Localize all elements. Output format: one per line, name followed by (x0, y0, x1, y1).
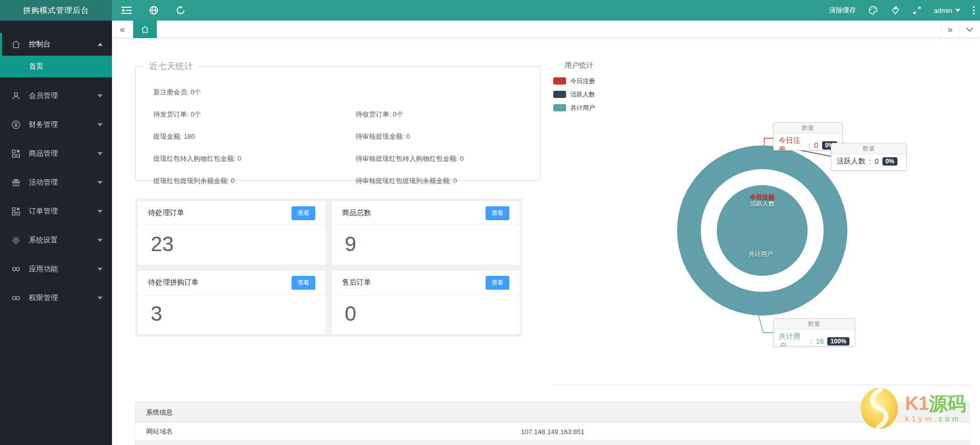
sidebar-item-home-active[interactable]: 首页 (0, 56, 112, 77)
yen-coin-icon (11, 120, 21, 129)
card-value: 23 (138, 225, 326, 263)
sidebar-nav: 控制台 首页 会员管理 财务管理 商品管理 活动管理 (0, 21, 112, 445)
card-title: 待处理拼购订单 (148, 278, 199, 287)
callout-active-users: 数量 活跃人数: 0 0% (831, 143, 907, 171)
summary-cards: 待处理订单 查看 23 商品总数 查看 9 待处理拼购订单 查看 3 (135, 199, 522, 337)
main-content: 近七天统计 新注册会员: 0个 待发货订单: 0个 待收货订单: 0个 提现金额… (112, 38, 980, 445)
card-title: 商品总数 (342, 208, 371, 218)
sidebar-item-activities[interactable]: 活动管理 (0, 168, 112, 197)
home-icon (11, 40, 21, 49)
refresh-icon[interactable] (176, 6, 185, 15)
tag-icon[interactable] (891, 6, 900, 15)
sidebar-item-finance[interactable]: 财务管理 (0, 110, 112, 139)
sidebar-item-products[interactable]: 商品管理 (0, 139, 112, 168)
chevron-down-icon (966, 27, 973, 32)
next-row-partial (135, 441, 970, 445)
fullscreen-icon[interactable] (912, 6, 922, 15)
admin-dashboard: 拼购模式管理后台 清除缓存 admin (0, 0, 980, 445)
legend-item-total-users[interactable]: 共计用户 (553, 101, 595, 114)
stats-panel-title: 近七天统计 (144, 60, 198, 72)
card-title: 待处理订单 (148, 208, 184, 218)
sidebar-item-label: 权限管理 (29, 293, 98, 303)
palette-icon[interactable] (869, 6, 878, 15)
tabs-scroll-right-button[interactable]: » (941, 21, 959, 38)
caret-up-icon (98, 43, 103, 46)
active-indicator (0, 33, 2, 56)
user-icon (11, 91, 21, 101)
more-vertical-icon[interactable] (973, 6, 975, 15)
tab-home-active[interactable] (133, 21, 157, 38)
legend-item-active-users[interactable]: 活跃人数 (553, 88, 595, 101)
view-button[interactable]: 查看 (292, 206, 315, 220)
callout-total-users: 数量 共计用户: 16 100% (773, 318, 855, 347)
collapse-sidebar-icon[interactable] (121, 6, 132, 14)
sidebar-item-label: 商品管理 (29, 149, 98, 158)
header-right-actions: 清除缓存 admin (829, 0, 975, 21)
caret-down-icon (98, 296, 103, 300)
tabs-scroll-left-button[interactable]: « (112, 21, 133, 38)
legend-swatch-teal (553, 104, 566, 111)
callout-series-name: 数量 (774, 319, 855, 329)
sidebar-item-label: 系统设置 (29, 236, 98, 245)
link-icon (11, 293, 21, 303)
watermark-title-k1: K1 (905, 393, 929, 414)
callout-percent-badge: 100% (827, 337, 849, 345)
app-title: 拼购模式管理后台 (0, 0, 112, 21)
callout-value: 0 (875, 157, 879, 166)
sidebar-item-settings[interactable]: 系统设置 (0, 226, 112, 255)
grid-blocks-icon (11, 149, 21, 158)
user-menu[interactable]: admin (934, 7, 960, 14)
user-stats-donut-chart[interactable] (677, 145, 847, 316)
username: admin (934, 7, 952, 14)
domain-label: 网站域名 (146, 427, 173, 436)
caret-down-icon (98, 123, 103, 126)
user-stats-title: 用户统计 (565, 61, 593, 70)
stat-pending-ship-orders: 待发货订单: 0个 (153, 110, 356, 119)
view-button[interactable]: 查看 (292, 276, 315, 290)
view-button[interactable]: 查看 (486, 206, 509, 220)
sidebar-item-permissions[interactable]: 权限管理 (0, 284, 112, 312)
sidebar-item-label: 会员管理 (29, 91, 98, 101)
stats-grid: 新注册会员: 0个 待发货订单: 0个 待收货订单: 0个 提现金额: 180 … (136, 72, 540, 186)
sidebar-item-label: 订单管理 (29, 207, 98, 216)
legend-item-today-registered[interactable]: 今日注册 (553, 74, 595, 88)
card-total-products: 商品总数 查看 9 (332, 201, 520, 265)
stat-redpacket-to-shopping: 提现红包转入购物红包金额: 0 (153, 154, 356, 163)
card-value: 9 (332, 225, 520, 263)
callout-name: 共计用户 (779, 332, 807, 347)
home-icon (141, 25, 149, 34)
callout-name: 今日注册 (779, 136, 805, 151)
chart-legend: 今日注册 活跃人数 共计用户 (553, 74, 595, 114)
sidebar-item-label: 活动管理 (29, 178, 98, 187)
watermark-url-k1ym: k1ym (905, 414, 934, 423)
caret-down-icon (98, 181, 103, 184)
watermark: K1源码 k1ym.com (858, 387, 966, 430)
tabs-dropdown-button[interactable] (961, 21, 978, 38)
tab-bar: « » (112, 21, 980, 38)
link-icon (11, 265, 21, 274)
callout-series-name: 数量 (774, 123, 842, 134)
inner-label-total-users: 共计用户 (748, 250, 773, 259)
globe-icon[interactable] (149, 6, 158, 15)
sidebar-item-app-features[interactable]: 应用功能 (0, 255, 112, 284)
sidebar-item-members[interactable]: 会员管理 (0, 81, 112, 110)
sidebar-item-console[interactable]: 控制台 (0, 33, 112, 56)
view-button[interactable]: 查看 (486, 276, 509, 290)
callout-series-name: 数量 (831, 143, 906, 154)
caret-down-icon (98, 94, 103, 97)
gift-icon (11, 178, 21, 187)
card-value: 0 (332, 295, 520, 333)
callout-percent-badge: 0% (882, 157, 897, 166)
stat-pending-withdraw-amount: 待审核提现金额: 0 (356, 132, 540, 141)
clear-cache-button[interactable]: 清除缓存 (829, 6, 856, 15)
stat-redpacket-to-balance: 提现红包提现到余额金额: 0 (153, 176, 356, 186)
sidebar-item-label: 应用功能 (29, 265, 98, 274)
gear-icon (11, 236, 21, 245)
watermark-text: K1源码 k1ym.com (905, 394, 966, 423)
caret-down-icon (98, 210, 103, 213)
stat-pending-redpacket-to-shopping: 待审核提现红包转入购物红包金额: 0 (356, 154, 540, 163)
sidebar-menu-list: 会员管理 财务管理 商品管理 活动管理 订单管理 (0, 81, 112, 312)
sidebar-item-orders[interactable]: 订单管理 (0, 197, 112, 226)
stat-pending-redpacket-to-balance: 待审核提现红包提现到余额金额: 0 (356, 176, 540, 186)
callout-value: 0 (814, 141, 818, 150)
